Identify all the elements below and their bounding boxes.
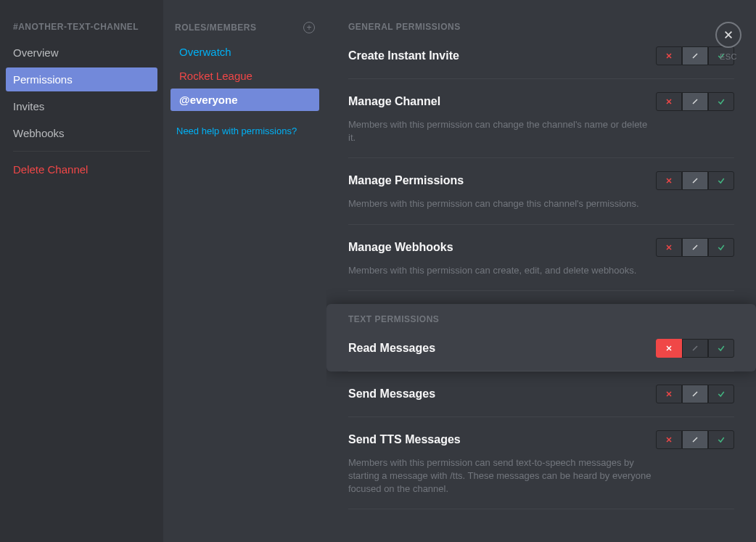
deny-icon[interactable]	[656, 238, 682, 257]
channel-settings-sidebar: #ANOTHER-TEXT-CHANNEL OverviewPermission…	[0, 0, 163, 542]
permission-section: TEXT PERMISSIONSRead Messages	[326, 304, 756, 371]
allow-icon[interactable]	[708, 238, 734, 257]
allow-icon[interactable]	[708, 171, 734, 190]
deny-icon[interactable]	[656, 46, 682, 65]
deny-icon[interactable]	[656, 171, 682, 190]
permission-description: Members with this permission can change …	[348, 197, 653, 210]
sidebar-item-overview[interactable]: Overview	[6, 41, 157, 65]
permission-toggle	[656, 92, 734, 111]
deny-icon[interactable]	[656, 92, 682, 111]
roles-column: ROLES/MEMBERS + OverwatchRocket League@e…	[163, 0, 326, 542]
allow-icon[interactable]	[708, 430, 734, 449]
permission-title: Read Messages	[348, 342, 435, 355]
permission-description: Members with this permission can change …	[348, 118, 653, 144]
permission-title: Send Messages	[348, 387, 435, 401]
neutral-icon[interactable]	[682, 385, 708, 403]
neutral-icon[interactable]	[682, 238, 708, 257]
deny-icon[interactable]	[656, 385, 682, 403]
section-header: TEXT PERMISSIONS	[348, 314, 734, 324]
deny-icon[interactable]	[656, 430, 682, 449]
sidebar-header: #ANOTHER-TEXT-CHANNEL	[6, 22, 157, 41]
permission-toggle	[656, 430, 734, 449]
add-role-icon[interactable]: +	[303, 22, 315, 33]
permission-title: Manage Channel	[348, 95, 440, 108]
neutral-icon[interactable]	[682, 339, 708, 358]
role-item[interactable]: @everyone	[170, 89, 319, 111]
sidebar-item-webhooks[interactable]: Webhooks	[6, 121, 157, 145]
delete-channel-button[interactable]: Delete Channel	[6, 157, 157, 181]
permission-row: Manage PermissionsMembers with this perm…	[348, 171, 734, 224]
permission-section: Send MessagesSend TTS MessagesMembers wi…	[348, 385, 734, 510]
permission-row: Manage ChannelMembers with this permissi…	[348, 92, 734, 158]
permissions-panel: GENERAL PERMISSIONSCreate Instant Invite…	[326, 0, 756, 542]
neutral-icon[interactable]	[682, 92, 708, 111]
sidebar-divider	[13, 151, 150, 152]
permission-row: Send Messages	[348, 385, 734, 417]
permission-row: Create Instant Invite	[348, 46, 734, 79]
allow-icon[interactable]	[708, 339, 734, 358]
roles-header: ROLES/MEMBERS	[175, 22, 257, 33]
permission-row: Manage WebhooksMembers with this permiss…	[348, 238, 734, 291]
permission-toggle	[656, 385, 734, 403]
close-button[interactable]: ESC	[715, 22, 741, 61]
neutral-icon[interactable]	[682, 171, 708, 190]
permission-description: Members with this permission can create,…	[348, 264, 653, 277]
permission-title: Manage Webhooks	[348, 241, 453, 254]
permission-row: Send TTS MessagesMembers with this permi…	[348, 430, 734, 510]
role-item[interactable]: Rocket League	[170, 65, 319, 87]
permission-title: Send TTS Messages	[348, 433, 461, 446]
allow-icon[interactable]	[708, 92, 734, 111]
close-label: ESC	[720, 52, 737, 61]
permission-section: GENERAL PERMISSIONSCreate Instant Invite…	[348, 22, 734, 291]
section-header: GENERAL PERMISSIONS	[348, 22, 734, 32]
permission-toggle	[656, 171, 734, 190]
neutral-icon[interactable]	[682, 46, 708, 65]
permission-row: Read Messages	[348, 339, 734, 371]
sidebar-item-invites[interactable]: Invites	[6, 94, 157, 118]
deny-icon[interactable]	[656, 339, 682, 358]
role-item[interactable]: Overwatch	[170, 41, 319, 63]
close-icon	[715, 22, 741, 48]
permission-toggle	[656, 339, 734, 358]
neutral-icon[interactable]	[682, 430, 708, 449]
permission-toggle	[656, 238, 734, 257]
sidebar-item-permissions[interactable]: Permissions	[6, 67, 157, 91]
permission-description: Members with this permission can send te…	[348, 456, 653, 496]
permissions-help-link[interactable]: Need help with permissions?	[170, 112, 319, 136]
permission-title: Manage Permissions	[348, 174, 464, 187]
permission-title: Create Instant Invite	[348, 49, 459, 62]
allow-icon[interactable]	[708, 385, 734, 403]
